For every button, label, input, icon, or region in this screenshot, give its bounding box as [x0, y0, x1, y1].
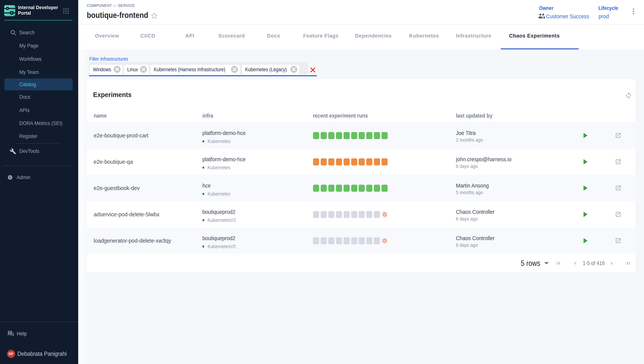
svg-text:?: ?: [9, 331, 11, 334]
